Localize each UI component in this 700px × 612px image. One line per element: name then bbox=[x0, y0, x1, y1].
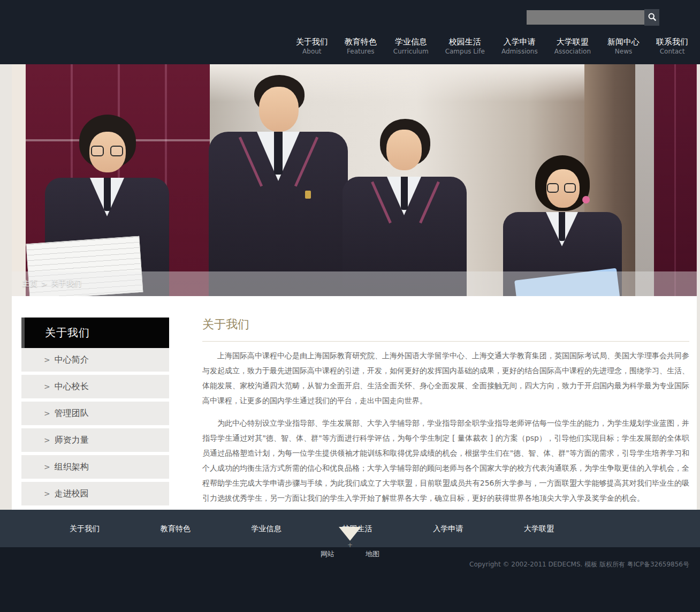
nav-item-admissions[interactable]: 入学申请Admissions bbox=[501, 36, 538, 56]
arrow-icon: > bbox=[44, 436, 50, 444]
student-boy-face bbox=[259, 87, 299, 132]
search-icon bbox=[648, 12, 657, 23]
nav-label-en: Features bbox=[345, 47, 377, 56]
sidebar-item-faculty[interactable]: >师资力量 bbox=[21, 428, 169, 452]
student-girl1-glasses bbox=[91, 146, 104, 156]
copyright-text: Copyright © 2002-2011 DEDECMS. 模板 版权所有 粤… bbox=[469, 560, 689, 569]
arrow-icon: > bbox=[44, 409, 50, 418]
nav-label-zh: 教育特色 bbox=[345, 36, 377, 47]
breadcrumb: 主页 > 关于我们 bbox=[12, 271, 697, 296]
nav-label-en: Contact bbox=[656, 47, 688, 56]
main-nav: 关于我们About 教育特色Features 学业信息Curriculum 校园… bbox=[296, 36, 688, 56]
nav-label-zh: 大学联盟 bbox=[554, 36, 591, 47]
sidebar-item-management[interactable]: >管理团队 bbox=[21, 402, 169, 425]
sidebar-item-label: 走进校园 bbox=[55, 488, 89, 498]
sidebar: 关于我们 >中心简介 >中心校长 >管理团队 >师资力量 >组织架构 >走进校园 bbox=[21, 318, 169, 509]
nav-label-en: Association bbox=[554, 47, 591, 56]
arrow-icon: > bbox=[44, 382, 50, 391]
sidebar-item-label: 师资力量 bbox=[55, 435, 89, 445]
arrow-icon: > bbox=[44, 463, 50, 471]
student-boy-tie bbox=[274, 132, 283, 175]
breadcrumb-current: 关于我们 bbox=[51, 279, 81, 289]
main-article: 关于我们 上海国际高中课程中心是由上海国际教育研究院、上海外国语大学留学中心、上… bbox=[202, 316, 689, 513]
nav-label-en: Campus Life bbox=[445, 47, 485, 56]
student-girl2-face bbox=[386, 130, 422, 170]
sidebar-item-principal[interactable]: >中心校长 bbox=[21, 375, 169, 398]
student-girl3-glasses bbox=[564, 183, 576, 193]
sidebar-title: 关于我们 bbox=[21, 318, 169, 348]
breadcrumb-home-link[interactable]: 主页 bbox=[22, 279, 37, 289]
banner-wall bbox=[12, 64, 26, 296]
nav-label-zh: 学业信息 bbox=[393, 36, 429, 47]
sitemap-label-right[interactable]: 地图 bbox=[366, 541, 379, 559]
sidebar-item-label: 组织架构 bbox=[55, 462, 89, 472]
search-bar bbox=[527, 10, 659, 26]
sitemap-bar: 网站 + 地图 bbox=[0, 541, 700, 559]
search-button[interactable] bbox=[644, 9, 659, 26]
title-divider bbox=[202, 341, 689, 342]
top-header: 关于我们About 教育特色Features 学业信息Curriculum 校园… bbox=[0, 0, 700, 64]
content-area: 关于我们 >中心简介 >中心校长 >管理团队 >师资力量 >组织架构 >走进校园… bbox=[12, 296, 697, 510]
banner-photo: 主页 > 关于我们 bbox=[12, 64, 697, 296]
nav-item-contact[interactable]: 联系我们Contact bbox=[656, 36, 688, 56]
nav-item-curriculum[interactable]: 学业信息Curriculum bbox=[393, 36, 429, 56]
footer-bottom: 网站 + 地图 Copyright © 2002-2011 DEDECMS. 模… bbox=[0, 547, 700, 612]
nav-label-zh: 关于我们 bbox=[296, 36, 328, 47]
student-girl1-glasses bbox=[110, 146, 123, 156]
page: 关于我们About 教育特色Features 学业信息Curriculum 校园… bbox=[0, 0, 700, 612]
student-girl1-tie bbox=[104, 178, 111, 211]
nav-label-en: Admissions bbox=[501, 47, 538, 56]
arrow-icon: > bbox=[44, 489, 50, 498]
sidebar-item-intro[interactable]: >中心简介 bbox=[21, 348, 169, 372]
nav-item-association[interactable]: 大学联盟Association bbox=[554, 36, 591, 56]
banner-gray-locker bbox=[635, 64, 654, 296]
student-girl3-glasses bbox=[547, 183, 559, 193]
nav-item-campus-life[interactable]: 校园生活Campus Life bbox=[445, 36, 485, 56]
sidebar-item-label: 中心简介 bbox=[55, 354, 89, 365]
sitemap-label-left[interactable]: 网站 bbox=[321, 541, 334, 559]
sidebar-item-campus-tour[interactable]: >走进校园 bbox=[21, 482, 169, 505]
nav-label-en: About bbox=[296, 47, 328, 56]
sidebar-item-label: 中心校长 bbox=[55, 381, 89, 391]
sidebar-item-structure[interactable]: >组织架构 bbox=[21, 455, 169, 479]
banner-lockers-right bbox=[654, 64, 697, 296]
pink-hair-tie bbox=[582, 196, 590, 203]
article-paragraph: 为此中心特别设立学业指导部、学生发展部、大学入学辅导部，学业指导部全职学业指导老… bbox=[202, 415, 689, 505]
plus-icon: + bbox=[339, 542, 361, 548]
sidebar-item-label: 管理团队 bbox=[55, 408, 89, 418]
blazer-crest bbox=[305, 191, 311, 199]
page-title: 关于我们 bbox=[202, 316, 689, 333]
nav-label-en: Curriculum bbox=[393, 47, 429, 56]
sidebar-menu: >中心简介 >中心校长 >管理团队 >师资力量 >组织架构 >走进校园 bbox=[21, 348, 169, 505]
article-paragraph: 上海国际高中课程中心是由上海国际教育研究院、上海外国语大学留学中心、上海交通大学… bbox=[202, 348, 689, 408]
arrow-icon: > bbox=[44, 356, 50, 364]
nav-label-zh: 入学申请 bbox=[501, 36, 538, 47]
nav-item-features[interactable]: 教育特色Features bbox=[345, 36, 377, 56]
nav-label-zh: 新闻中心 bbox=[607, 36, 640, 47]
nav-item-about[interactable]: 关于我们About bbox=[296, 36, 328, 56]
nav-label-en: News bbox=[607, 47, 640, 56]
search-input[interactable] bbox=[527, 10, 644, 25]
nav-label-zh: 联系我们 bbox=[656, 36, 688, 47]
student-girl2-tie bbox=[401, 177, 408, 210]
nav-item-news[interactable]: 新闻中心News bbox=[607, 36, 640, 56]
nav-label-zh: 校园生活 bbox=[445, 36, 485, 47]
sitemap-toggle[interactable]: + bbox=[339, 541, 361, 551]
breadcrumb-separator: > bbox=[41, 279, 48, 288]
student-girl3-tie bbox=[559, 212, 565, 241]
